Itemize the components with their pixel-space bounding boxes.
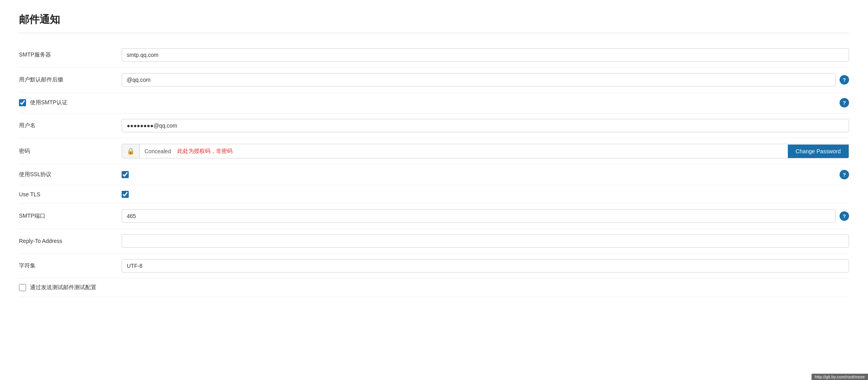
email-suffix-help-icon[interactable]: ? [840, 75, 849, 85]
username-label: 用户名 [19, 122, 122, 129]
use-ssl-row: 使用SSL协议 ? [19, 164, 849, 185]
change-password-button[interactable]: Change Password [788, 145, 849, 158]
password-concealed-text: Concealed [140, 145, 176, 158]
smtp-port-label: SMTP端口 [19, 213, 122, 220]
smtp-server-label: SMTP服务器 [19, 51, 122, 58]
use-ssl-help-icon[interactable]: ? [840, 170, 849, 179]
use-tls-control [122, 191, 849, 198]
password-field-container: 🔒 Concealed 此处为授权码，非密码 Change Password [122, 144, 849, 158]
password-row: 密码 🔒 Concealed 此处为授权码，非密码 Change Passwor… [19, 138, 849, 164]
smtp-port-control: ? [122, 209, 849, 223]
email-suffix-label: 用户默认邮件后缀 [19, 76, 122, 83]
smtp-auth-label: 使用SMTP认证 [19, 99, 122, 106]
smtp-auth-label-text: 使用SMTP认证 [30, 99, 68, 106]
charset-input[interactable] [122, 259, 849, 273]
use-tls-row: Use TLS [19, 185, 849, 204]
page-title: 邮件通知 [19, 13, 849, 33]
charset-control [122, 259, 849, 273]
test-config-checkbox[interactable] [19, 284, 26, 291]
reply-to-label: Reply-To Address [19, 238, 122, 244]
smtp-server-control [122, 48, 849, 62]
smtp-server-row: SMTP服务器 [19, 43, 849, 68]
reply-to-row: Reply-To Address [19, 229, 849, 254]
form-section: SMTP服务器 用户默认邮件后缀 ? 使用SMTP认证 ? [19, 43, 849, 297]
charset-row: 字符集 [19, 254, 849, 278]
smtp-auth-checkbox[interactable] [19, 99, 26, 106]
test-config-row: 通过发送测试邮件测试配置 [19, 278, 849, 297]
smtp-port-input[interactable] [122, 209, 836, 223]
test-config-checkbox-wrapper: 通过发送测试邮件测试配置 [19, 284, 96, 291]
use-ssl-control: ? [122, 170, 849, 179]
username-control [122, 119, 849, 132]
lock-icon: 🔒 [122, 144, 140, 158]
smtp-port-help-icon[interactable]: ? [840, 211, 849, 221]
username-input[interactable] [122, 119, 849, 132]
smtp-auth-control: ? [122, 98, 849, 107]
smtp-auth-row: 使用SMTP认证 ? [19, 92, 849, 113]
password-label: 密码 [19, 148, 122, 155]
test-config-label-text: 通过发送测试邮件测试配置 [30, 284, 96, 291]
smtp-server-input[interactable] [122, 48, 849, 62]
password-warning-text: 此处为授权码，非密码 [176, 145, 788, 158]
username-row: 用户名 [19, 113, 849, 138]
password-control: 🔒 Concealed 此处为授权码，非密码 Change Password [122, 144, 849, 158]
use-ssl-label: 使用SSL协议 [19, 171, 122, 178]
email-suffix-control: ? [122, 73, 849, 87]
charset-label: 字符集 [19, 262, 122, 269]
smtp-port-row: SMTP端口 ? [19, 204, 849, 229]
email-suffix-input[interactable] [122, 73, 836, 87]
use-tls-label: Use TLS [19, 191, 122, 198]
reply-to-control [122, 234, 849, 248]
test-config-label: 通过发送测试邮件测试配置 [19, 284, 122, 291]
smtp-auth-checkbox-wrapper: 使用SMTP认证 [19, 99, 68, 106]
use-tls-checkbox[interactable] [122, 191, 129, 198]
email-suffix-row: 用户默认邮件后缀 ? [19, 68, 849, 92]
smtp-auth-help-icon[interactable]: ? [840, 98, 849, 107]
reply-to-input[interactable] [122, 234, 849, 248]
page-container: 邮件通知 SMTP服务器 用户默认邮件后缀 ? 使用SMTP认证 [0, 0, 868, 310]
use-ssl-checkbox[interactable] [122, 171, 129, 178]
